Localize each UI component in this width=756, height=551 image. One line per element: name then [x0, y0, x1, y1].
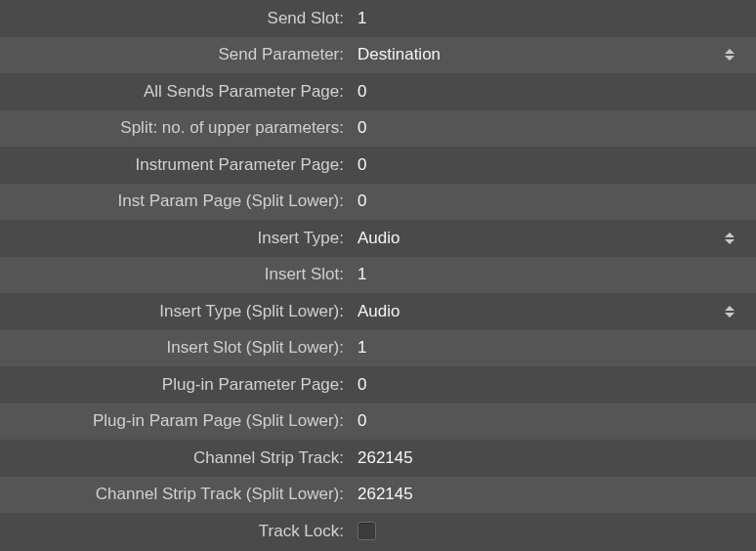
- parameter-label: Send Parameter:: [0, 45, 350, 64]
- parameter-row-insert-slot-split-lower: Insert Slot (Split Lower):1: [0, 330, 756, 367]
- parameter-row-instrument-parameter-page: Instrument Parameter Page:0: [0, 147, 756, 184]
- parameter-value[interactable]: Audio: [350, 302, 756, 321]
- parameter-label: Insert Type:: [0, 229, 350, 248]
- chevron-updown-icon[interactable]: [725, 46, 736, 64]
- track-lock-checkbox[interactable]: [357, 522, 376, 540]
- parameter-label: Instrument Parameter Page:: [0, 155, 350, 175]
- parameter-label: Plug-in Parameter Page:: [0, 375, 350, 395]
- parameter-value[interactable]: 262145: [350, 485, 756, 504]
- parameter-row-all-sends-parameter-page: All Sends Parameter Page:0: [0, 73, 756, 110]
- parameter-row-insert-slot: Insert Slot:1: [0, 257, 756, 294]
- parameter-row-channel-strip-track-split-lower: Channel Strip Track (Split Lower):262145: [0, 477, 756, 514]
- parameter-label: Send Slot:: [0, 9, 350, 28]
- parameter-label: Insert Slot:: [0, 265, 350, 284]
- parameter-label: Insert Type (Split Lower):: [0, 302, 350, 321]
- parameter-label: Inst Param Page (Split Lower):: [0, 191, 350, 211]
- chevron-updown-icon[interactable]: [725, 303, 736, 320]
- parameter-label: All Sends Parameter Page:: [0, 82, 350, 102]
- parameter-value[interactable]: 1: [350, 9, 756, 28]
- parameter-value[interactable]: 0: [350, 118, 756, 138]
- parameter-label: Channel Strip Track:: [0, 448, 350, 468]
- parameter-value[interactable]: 0: [350, 411, 756, 431]
- parameter-value[interactable]: Destination: [350, 45, 756, 64]
- parameter-list: Send Slot:1Send Parameter:DestinationAll…: [0, 0, 756, 550]
- parameter-row-send-parameter: Send Parameter:Destination: [0, 37, 756, 74]
- parameter-row-send-slot: Send Slot:1: [0, 0, 756, 37]
- parameter-row-inst-param-page-split-lower: Inst Param Page (Split Lower):0: [0, 184, 756, 221]
- parameter-row-insert-type-split-lower: Insert Type (Split Lower):Audio: [0, 293, 756, 330]
- parameter-label: Track Lock:: [0, 522, 350, 541]
- parameter-row-track-lock: Track Lock:: [0, 513, 756, 550]
- parameter-value[interactable]: 0: [350, 82, 756, 102]
- parameter-label: Insert Slot (Split Lower):: [0, 338, 350, 358]
- parameter-value[interactable]: 1: [350, 338, 756, 358]
- parameter-row-channel-strip-track: Channel Strip Track:262145: [0, 440, 756, 477]
- parameter-value[interactable]: 0: [350, 155, 756, 175]
- parameter-value[interactable]: Audio: [350, 229, 756, 248]
- chevron-updown-icon[interactable]: [725, 230, 736, 247]
- parameter-label: Split: no. of upper parameters:: [0, 118, 350, 138]
- parameter-value[interactable]: 1: [350, 265, 756, 284]
- parameter-value[interactable]: 0: [350, 375, 756, 395]
- parameter-row-insert-type: Insert Type:Audio: [0, 220, 756, 257]
- parameter-label: Plug-in Param Page (Split Lower):: [0, 411, 350, 431]
- parameter-value[interactable]: 262145: [350, 448, 756, 468]
- parameter-value[interactable]: 0: [350, 191, 756, 211]
- parameter-row-plug-in-param-page-split-lower: Plug-in Param Page (Split Lower):0: [0, 403, 756, 441]
- parameter-label: Channel Strip Track (Split Lower):: [0, 485, 350, 504]
- parameter-row-plug-in-parameter-page: Plug-in Parameter Page:0: [0, 366, 756, 403]
- parameter-row-split-no-of-upper-parameters: Split: no. of upper parameters:0: [0, 110, 756, 148]
